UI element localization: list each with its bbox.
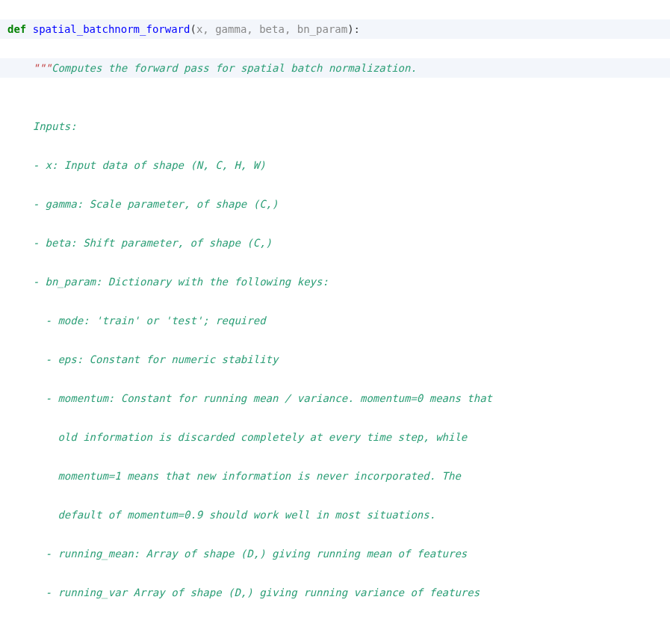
docstring-line: - bn_param: Dictionary with the followin… (0, 272, 670, 291)
docstring-line: - running_var Array of shape (D,) giving… (0, 583, 670, 602)
close-paren-colon: ): (347, 23, 360, 35)
docstring-line: default of momentum=0.9 should work well… (0, 505, 670, 524)
docstring-line: - momentum: Constant for running mean / … (0, 388, 670, 408)
docstring-text: default of momentum=0.9 should work well… (33, 509, 435, 521)
docstring-text: old information is discarded completely … (33, 431, 468, 443)
docstring-line: Returns a tuple of: (0, 641, 670, 644)
docstring-line: old information is discarded completely … (0, 427, 670, 447)
docstring-line: Inputs: (0, 117, 670, 136)
docstring-text: - momentum: Constant for running mean / … (33, 392, 492, 404)
def-keyword: def (7, 23, 26, 35)
docstring-text: - eps: Constant for numeric stability (33, 353, 279, 365)
function-name: spatial_batchnorm_forward (33, 23, 190, 35)
docstring-text: - running_var Array of shape (D,) giving… (33, 586, 480, 598)
open-paren: ( (190, 23, 196, 35)
docstring-text: momentum=1 means that new information is… (33, 470, 461, 482)
docstring-open: """ (33, 62, 52, 74)
docstring-text: Computes the forward pass for spatial ba… (52, 62, 417, 74)
docstring-text: - running_mean: Array of shape (D,) givi… (33, 548, 468, 560)
def-line: def spatial_batchnorm_forward(x, gamma, … (0, 19, 670, 39)
docstring-text: Inputs: (33, 120, 77, 132)
docstring-line: - beta: Shift parameter, of shape (C,) (0, 233, 670, 253)
docstring-line: momentum=1 means that new information is… (0, 466, 670, 486)
docstring-line: - eps: Constant for numeric stability (0, 350, 670, 369)
docstring-text: - beta: Shift parameter, of shape (C,) (33, 237, 272, 249)
code-block: def spatial_batchnorm_forward(x, gamma, … (0, 0, 670, 644)
docstring-line: - x: Input data of shape (N, C, H, W) (0, 155, 670, 175)
docstring-line: - running_mean: Array of shape (D,) givi… (0, 544, 670, 563)
param-list: x, gamma, beta, bn_param (196, 23, 347, 35)
docstring-text: - bn_param: Dictionary with the followin… (33, 276, 329, 288)
docstring-line: - mode: 'train' or 'test'; required (0, 311, 670, 330)
docstring-text: - mode: 'train' or 'test'; required (33, 315, 266, 326)
docstring-text: - x: Input data of shape (N, C, H, W) (33, 159, 266, 171)
docstring-line: - gamma: Scale parameter, of shape (C,) (0, 194, 670, 214)
docstring-line: """Computes the forward pass for spatial… (0, 58, 670, 78)
docstring-text: - gamma: Scale parameter, of shape (C,) (33, 198, 279, 210)
